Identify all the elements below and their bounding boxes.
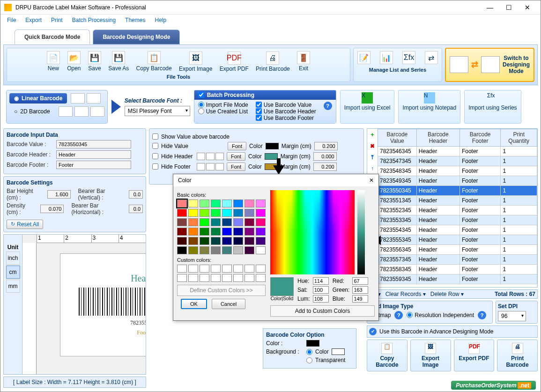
red-input[interactable] xyxy=(352,277,368,285)
table-row[interactable]: 7823554345HeaderFooter1 xyxy=(378,225,537,235)
color-swatch[interactable] xyxy=(200,209,209,217)
table-row[interactable]: 7823559345HeaderFooter1 xyxy=(378,274,537,284)
bg-color-box[interactable] xyxy=(332,348,345,355)
hide-header-check[interactable] xyxy=(152,153,158,159)
custom-swatch[interactable] xyxy=(233,265,243,273)
maximize-button[interactable]: ☐ xyxy=(499,0,518,15)
table-row[interactable]: 7823557345HeaderFooter1 xyxy=(378,254,537,264)
custom-swatch[interactable] xyxy=(211,274,221,282)
unit-cm[interactable]: cm xyxy=(6,266,20,279)
export-image-button[interactable]: 🖼Export Image xyxy=(176,51,215,73)
color-swatch[interactable] xyxy=(177,218,187,226)
hdr-align-left[interactable] xyxy=(197,153,205,160)
grid-up-icon[interactable]: ↑ xyxy=(368,164,377,173)
export-pdf-button[interactable]: PDFExport PDF xyxy=(217,51,252,73)
density-input[interactable] xyxy=(40,205,64,213)
manage-list-button-2[interactable]: 📊 xyxy=(377,50,396,66)
color-swatch[interactable] xyxy=(177,228,187,236)
color-gradient[interactable] xyxy=(270,190,355,274)
lum-input[interactable] xyxy=(313,295,329,303)
color-swatch[interactable] xyxy=(177,246,187,254)
table-row[interactable]: 7823552345HeaderFooter1 xyxy=(378,205,537,215)
menu-themes[interactable]: Themes xyxy=(120,15,150,25)
linear-barcode-radio[interactable]: ◉Linear Barcode xyxy=(9,93,67,104)
table-row[interactable]: 7823553345HeaderFooter1 xyxy=(378,215,537,225)
manage-list-button-1[interactable]: 📝 xyxy=(355,50,373,66)
define-custom-button[interactable]: Define Custom Colors >> xyxy=(177,285,266,296)
color-ok-button[interactable]: OK xyxy=(181,299,207,309)
switch-to-designing[interactable]: ⇄ Switch to Designing Mode xyxy=(445,48,534,82)
footer-font-button[interactable]: Font xyxy=(227,163,245,171)
color-swatch[interactable] xyxy=(188,209,198,217)
color-swatch[interactable] xyxy=(200,200,209,207)
open-button[interactable]: 📂Open xyxy=(64,50,83,73)
use-barcode-footer-check[interactable] xyxy=(256,115,262,121)
bar-height-input[interactable] xyxy=(47,190,71,199)
save-button[interactable]: 💾Save xyxy=(85,50,104,73)
color-swatch[interactable] xyxy=(188,218,198,226)
save-as-button[interactable]: 💾Save As xyxy=(105,50,132,73)
color-swatch[interactable] xyxy=(211,237,221,245)
color-swatch[interactable] xyxy=(245,237,254,245)
data-grid[interactable]: Barcode Value Barcode Header Barcode Foo… xyxy=(378,129,537,287)
hide-value-check[interactable] xyxy=(152,143,158,149)
color-swatch[interactable] xyxy=(256,237,266,245)
color-swatch[interactable] xyxy=(177,209,187,217)
menu-batch[interactable]: Batch Processing xyxy=(67,15,120,25)
table-row[interactable]: 7823548345HeaderFooter1 xyxy=(378,166,537,176)
batch-help-icon[interactable]: ? xyxy=(324,102,332,110)
import-notepad-button[interactable]: NImport using Notepad xyxy=(398,90,460,124)
custom-swatch[interactable] xyxy=(222,274,232,282)
table-row[interactable]: 7823546345HeaderFooter1 xyxy=(378,146,537,156)
bg-color-radio[interactable] xyxy=(306,349,312,355)
import-excel-button[interactable]: XImport using Excel xyxy=(340,90,395,124)
menu-file[interactable]: File xyxy=(2,15,21,25)
color-swatch[interactable] xyxy=(200,228,209,236)
color-swatch[interactable] xyxy=(245,218,254,226)
custom-swatch[interactable] xyxy=(233,274,243,282)
print-barcode-button[interactable]: 🖨Print Barcode xyxy=(253,51,293,73)
barcode-color-box[interactable] xyxy=(306,340,319,347)
copy-barcode-action[interactable]: 📋Copy Barcode xyxy=(367,340,408,371)
custom-swatch[interactable] xyxy=(245,265,254,273)
use-created-list-radio[interactable] xyxy=(198,108,204,114)
bearer-horiz-input[interactable] xyxy=(129,205,143,213)
resolution-help-icon[interactable]: ? xyxy=(478,311,486,319)
custom-swatch[interactable] xyxy=(211,265,221,273)
custom-swatch[interactable] xyxy=(188,265,198,273)
color-swatch[interactable] xyxy=(211,228,221,236)
table-row[interactable]: 7823556345HeaderFooter1 xyxy=(378,244,537,254)
grid-add-icon[interactable]: ＋ xyxy=(368,131,377,139)
color-swatch[interactable] xyxy=(211,218,221,226)
color-swatch[interactable] xyxy=(200,218,209,226)
luminance-bar[interactable] xyxy=(357,190,365,274)
unit-inch[interactable]: inch xyxy=(6,251,20,265)
color-swatch[interactable] xyxy=(233,218,243,226)
menu-help[interactable]: Help xyxy=(150,15,171,25)
color-swatch[interactable] xyxy=(233,209,243,217)
batch-processing-check[interactable] xyxy=(198,92,204,98)
add-custom-button[interactable]: Add to Custom Colors xyxy=(270,305,375,317)
custom-swatch[interactable] xyxy=(256,265,266,273)
color-swatch[interactable] xyxy=(245,246,254,254)
resolution-radio[interactable] xyxy=(407,312,413,318)
export-image-action[interactable]: 🖼Export Image xyxy=(410,340,451,371)
color-swatch[interactable] xyxy=(211,246,221,254)
color-swatch[interactable] xyxy=(233,246,243,254)
table-row[interactable]: 7823550345HeaderFooter1 xyxy=(378,185,537,195)
manage-series-button[interactable]: Σfx xyxy=(400,50,418,66)
color-swatch[interactable] xyxy=(188,246,198,254)
barcode-footer-input[interactable] xyxy=(56,161,131,169)
copy-barcode-button[interactable]: 📋Copy Barcode xyxy=(133,50,175,73)
color-swatch[interactable] xyxy=(233,228,243,236)
grid-delete-icon[interactable]: ✖ xyxy=(368,142,377,150)
delete-row-link[interactable]: Delete Row ▾ xyxy=(430,291,464,297)
bitmap-help-icon[interactable]: ? xyxy=(394,311,403,319)
color-swatch[interactable] xyxy=(177,200,187,207)
color-dialog-close[interactable]: ✕ xyxy=(369,177,374,184)
custom-swatch[interactable] xyxy=(188,274,198,282)
color-swatch[interactable] xyxy=(211,200,221,207)
custom-swatch[interactable] xyxy=(245,274,254,282)
color-swatch[interactable] xyxy=(245,228,254,236)
header-margin-input[interactable] xyxy=(313,152,337,161)
